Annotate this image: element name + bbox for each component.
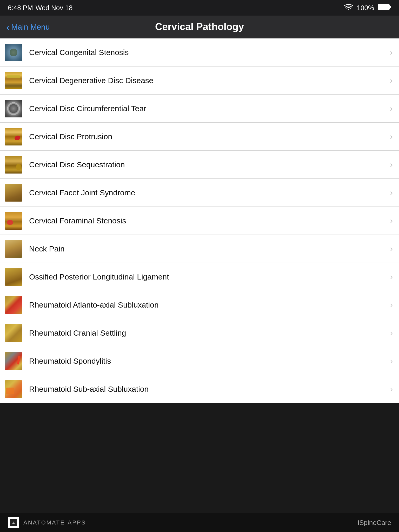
item-label-cervical-degenerative-disc-disease: Cervical Degenerative Disc Disease [29, 76, 387, 85]
back-label: Main Menu [11, 23, 50, 31]
list-item-rheumatoid-cranial-settling[interactable]: Rheumatoid Cranial Settling › [0, 319, 399, 347]
item-icon-cervical-foraminal-stenosis [4, 211, 23, 230]
svg-rect-1 [389, 6, 391, 8]
chevron-right-icon: › [390, 244, 393, 254]
spine-image-cervical-degenerative-disc-disease [5, 72, 22, 89]
chevron-right-icon: › [390, 216, 393, 225]
item-label-cervical-congenital-stenosis: Cervical Congenital Stenosis [29, 48, 387, 57]
list-item-cervical-degenerative-disc-disease[interactable]: Cervical Degenerative Disc Disease › [0, 66, 399, 95]
list-item-rheumatoid-atlanto-axial-subluxation[interactable]: Rheumatoid Atlanto-axial Subluxation › [0, 291, 399, 319]
chevron-right-icon: › [390, 132, 393, 141]
spine-image-cervical-facet-joint-syndrome [5, 184, 22, 202]
content-area: Cervical Congenital Stenosis › Cervical … [0, 38, 399, 532]
item-icon-rheumatoid-cranial-settling [4, 324, 23, 342]
chevron-right-icon: › [390, 384, 393, 394]
item-label-ossified-posterior-longitudinal-ligament: Ossified Posterior Longitudinal Ligament [29, 272, 387, 281]
item-label-rheumatoid-spondylitis: Rheumatoid Spondylitis [29, 357, 387, 365]
app-name: iSpineCare [358, 519, 391, 527]
chevron-right-icon: › [390, 188, 393, 197]
spine-image-cervical-disc-protrusion [5, 128, 22, 145]
bottom-bar: A ANATOMATE-APPS iSpineCare [0, 513, 399, 532]
list-item-cervical-disc-sequestration[interactable]: Cervical Disc Sequestration › [0, 151, 399, 179]
spine-image-rheumatoid-cranial-settling [5, 324, 22, 342]
list-item-cervical-disc-circumferential-tear[interactable]: Cervical Disc Circumferential Tear › [0, 95, 399, 123]
status-time: 6:48 PM [8, 4, 33, 12]
item-icon-rheumatoid-sub-axial-subluxation [4, 380, 23, 398]
chevron-right-icon: › [390, 356, 393, 366]
chevron-right-icon: › [390, 272, 393, 282]
item-label-cervical-facet-joint-syndrome: Cervical Facet Joint Syndrome [29, 188, 387, 197]
app-wrapper: 6:48 PM Wed Nov 18 100% [0, 0, 399, 532]
battery-text: 100% [357, 4, 374, 12]
anatomate-logo: A [8, 517, 19, 528]
chevron-right-icon: › [390, 300, 393, 310]
svg-text:A: A [12, 521, 15, 525]
back-button[interactable]: ‹ Main Menu [6, 23, 50, 31]
spine-image-ossified-posterior-longitudinal-ligament [5, 268, 22, 286]
chevron-right-icon: › [390, 104, 393, 113]
back-chevron-icon: ‹ [6, 23, 9, 31]
spine-image-neck-pain [5, 240, 22, 258]
status-right: 100% [344, 3, 391, 12]
item-icon-cervical-degenerative-disc-disease [4, 71, 23, 90]
spine-image-cervical-congenital-stenosis [5, 44, 22, 61]
list-item-cervical-disc-protrusion[interactable]: Cervical Disc Protrusion › [0, 123, 399, 151]
list-item-cervical-congenital-stenosis[interactable]: Cervical Congenital Stenosis › [0, 38, 399, 66]
chevron-right-icon: › [390, 328, 393, 338]
item-label-cervical-disc-circumferential-tear: Cervical Disc Circumferential Tear [29, 104, 387, 113]
list-item-cervical-foraminal-stenosis[interactable]: Cervical Foraminal Stenosis › [0, 207, 399, 235]
list-item-ossified-posterior-longitudinal-ligament[interactable]: Ossified Posterior Longitudinal Ligament… [0, 263, 399, 291]
footer-area: A ANATOMATE-APPS iSpineCare [0, 403, 399, 532]
spine-image-rheumatoid-spondylitis [5, 352, 22, 370]
item-label-rheumatoid-cranial-settling: Rheumatoid Cranial Settling [29, 329, 387, 337]
spine-image-rheumatoid-atlanto-axial-subluxation [5, 296, 22, 314]
item-icon-cervical-congenital-stenosis [4, 43, 23, 62]
chevron-right-icon: › [390, 48, 393, 57]
list-item-neck-pain[interactable]: Neck Pain › [0, 235, 399, 263]
item-icon-cervical-disc-circumferential-tear [4, 99, 23, 118]
bottom-left: A ANATOMATE-APPS [8, 517, 86, 528]
status-bar: 6:48 PM Wed Nov 18 100% [0, 0, 399, 16]
item-icon-cervical-facet-joint-syndrome [4, 183, 23, 202]
svg-rect-0 [378, 4, 389, 10]
item-label-cervical-foraminal-stenosis: Cervical Foraminal Stenosis [29, 216, 387, 225]
status-left: 6:48 PM Wed Nov 18 [8, 4, 72, 12]
chevron-right-icon: › [390, 160, 393, 169]
brand-label: ANATOMATE-APPS [23, 519, 86, 526]
item-label-rheumatoid-sub-axial-subluxation: Rheumatoid Sub-axial Subluxation [29, 385, 387, 394]
chevron-right-icon: › [390, 76, 393, 85]
list-container: Cervical Congenital Stenosis › Cervical … [0, 38, 399, 403]
item-icon-cervical-disc-protrusion [4, 127, 23, 146]
item-icon-rheumatoid-atlanto-axial-subluxation [4, 296, 23, 314]
battery-icon [378, 4, 391, 12]
item-label-cervical-disc-protrusion: Cervical Disc Protrusion [29, 132, 387, 141]
wifi-icon [344, 3, 353, 12]
item-icon-ossified-posterior-longitudinal-ligament [4, 268, 23, 286]
item-icon-rheumatoid-spondylitis [4, 352, 23, 370]
spine-image-cervical-disc-circumferential-tear [5, 100, 22, 117]
item-label-cervical-disc-sequestration: Cervical Disc Sequestration [29, 160, 387, 169]
nav-bar: ‹ Main Menu Cervical Pathology [0, 16, 399, 38]
list-item-cervical-facet-joint-syndrome[interactable]: Cervical Facet Joint Syndrome › [0, 179, 399, 207]
spine-image-cervical-foraminal-stenosis [5, 212, 22, 230]
status-date: Wed Nov 18 [36, 4, 73, 12]
item-icon-cervical-disc-sequestration [4, 155, 23, 174]
item-label-rheumatoid-atlanto-axial-subluxation: Rheumatoid Atlanto-axial Subluxation [29, 301, 387, 309]
spine-image-cervical-disc-sequestration [5, 156, 22, 174]
list-item-rheumatoid-spondylitis[interactable]: Rheumatoid Spondylitis › [0, 347, 399, 375]
item-icon-neck-pain [4, 240, 23, 258]
item-label-neck-pain: Neck Pain [29, 244, 387, 253]
spine-image-rheumatoid-sub-axial-subluxation [5, 380, 22, 398]
page-title: Cervical Pathology [155, 21, 244, 32]
list-item-rheumatoid-sub-axial-subluxation[interactable]: Rheumatoid Sub-axial Subluxation › [0, 375, 399, 403]
